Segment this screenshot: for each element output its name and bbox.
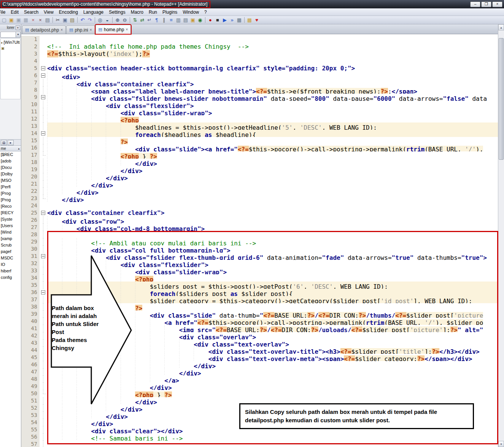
menu-item-macro[interactable]: Macro (128, 8, 146, 16)
stop-macro-icon[interactable]: ■ (214, 17, 221, 24)
list-item[interactable]: [xamp (0, 235, 21, 242)
copy-icon[interactable]: ▣ (62, 17, 68, 24)
scrollbar-down-button[interactable]: ▼ (498, 441, 504, 447)
editor[interactable]: 12<!-- Ini adalah file home.php pada the… (21, 34, 498, 447)
indent-guide (106, 115, 121, 122)
list-item[interactable]: [Perfl (0, 184, 21, 190)
menu-item-view[interactable]: View (41, 8, 56, 16)
list-item[interactable]: [$REC (0, 151, 21, 158)
close-doc-icon[interactable]: × (30, 17, 37, 24)
record-macro-icon[interactable]: ● (207, 17, 214, 24)
explorer-tool-button-1[interactable]: ▤ (1, 140, 7, 145)
menu-item-language[interactable]: Language (81, 8, 106, 16)
list-item[interactable]: [Prog (0, 197, 21, 203)
menu-item-settings[interactable]: Settings (106, 8, 128, 16)
save-macro-icon[interactable]: ▦ (236, 17, 243, 24)
menu-item-encoding[interactable]: Encoding (56, 8, 81, 16)
fold-toggle[interactable] (41, 66, 45, 70)
list-item[interactable]: [Users (0, 223, 21, 229)
fold-toggle[interactable] (41, 211, 45, 215)
list-item[interactable]: Scrub (0, 242, 21, 248)
run-macro-multiple-icon[interactable]: » (229, 17, 235, 24)
find-icon[interactable]: ◎ (97, 17, 103, 24)
menu-item-[interactable]: ? (202, 8, 210, 16)
tab-home-php[interactable]: ▤home.php× (95, 25, 131, 34)
word-wrap-icon[interactable]: ↵ (146, 17, 153, 24)
menu-item-run[interactable]: Run (146, 8, 160, 16)
replace-icon[interactable]: ◒ (104, 17, 111, 24)
scrollbar-thumb[interactable] (499, 38, 504, 160)
undo-icon[interactable]: ↶ (79, 17, 86, 24)
close-all-icon[interactable]: × (37, 17, 44, 24)
list-item[interactable]: pagef (0, 248, 21, 255)
open-folder-icon[interactable]: ▣ (8, 17, 15, 24)
line-number: 56 (21, 433, 40, 441)
fold-toggle[interactable] (41, 73, 45, 78)
indent-guide (62, 260, 77, 267)
menu-item-edit[interactable]: Edit (8, 8, 21, 16)
print-icon[interactable]: ▤ (44, 17, 51, 24)
menu-item-search[interactable]: Search (21, 8, 41, 16)
save-all-icon[interactable]: ▦ (22, 17, 29, 24)
tree-item[interactable]: ▣ (1, 45, 20, 51)
sync-vertical-icon[interactable]: ⇅ (132, 17, 138, 24)
folder-as-workspace-icon[interactable]: ▣ (189, 17, 196, 24)
new-file-icon[interactable]: ▢ (1, 17, 8, 24)
show-all-characters-icon[interactable]: ¶ (153, 17, 160, 24)
function-list-icon[interactable]: ≡ (168, 17, 175, 24)
tab-close-icon[interactable]: × (90, 28, 92, 32)
document-switcher-icon[interactable]: ▤ (182, 17, 189, 24)
save-icon[interactable]: ▣ (15, 17, 22, 24)
list-item[interactable]: [RECY (0, 210, 21, 216)
explorer-tool-button-2[interactable]: ▸ (8, 140, 14, 145)
zoom-out-icon[interactable]: ⊖ (121, 17, 128, 24)
list-item[interactable]: [MSO (0, 177, 21, 184)
code-line: 14foreach($headlines as $headline){ (21, 130, 498, 137)
document-map-icon[interactable]: ▥ (175, 17, 182, 24)
close-button[interactable]: × (492, 2, 502, 7)
list-item[interactable]: [Docu (0, 164, 21, 171)
vertical-scrollbar[interactable]: ▲ ▼ (498, 24, 504, 447)
tab-close-icon[interactable]: × (60, 28, 63, 32)
tab-detailpost-php[interactable]: ▤detailpost.php× (22, 25, 66, 34)
minimize-button[interactable]: – (470, 2, 480, 7)
cut-icon[interactable]: ✂ (54, 17, 61, 24)
paste-icon[interactable]: ▤ (69, 17, 76, 24)
menu-item-window[interactable]: Window (180, 8, 202, 16)
list-item[interactable]: IO (0, 261, 21, 268)
menu-item-file[interactable]: File (0, 8, 8, 16)
list-item[interactable]: [Prog (0, 190, 21, 197)
fold-margin (40, 65, 47, 72)
panel-close-button[interactable]: × (16, 25, 20, 30)
zoom-in-icon[interactable]: ⊕ (114, 17, 121, 24)
list-item[interactable]: [Syste (0, 216, 21, 223)
fold-toggle[interactable] (41, 290, 45, 294)
sync-horizontal-icon[interactable]: ⇄ (139, 17, 146, 24)
fold-toggle[interactable] (41, 131, 45, 135)
scrollbar-up-button[interactable]: ▲ (498, 24, 504, 30)
indent-guide-icon[interactable]: ∥ (161, 17, 167, 24)
redo-icon[interactable]: ↷ (86, 17, 93, 24)
monitoring-eye-icon[interactable]: ◉ (197, 17, 204, 24)
list-item[interactable]: config (0, 274, 21, 281)
play-macro-icon[interactable]: ▶ (221, 17, 228, 24)
scroll-up-icon[interactable]: ▲ (17, 147, 20, 150)
list-item[interactable]: [adob (0, 158, 21, 164)
list-item[interactable]: [Dolby (0, 171, 21, 177)
menu-item-plugins[interactable]: Plugins (160, 8, 180, 16)
fold-line (43, 339, 43, 347)
fold-toggle[interactable] (41, 254, 45, 258)
plugin-icon[interactable]: ▩ (246, 17, 253, 24)
list-item[interactable]: hiberf (0, 268, 21, 274)
list-item[interactable]: [Reco (0, 203, 21, 210)
explorer-list-header[interactable]: me ▲ (0, 146, 21, 151)
plugin-heart-icon[interactable]: ♥ (253, 17, 260, 24)
tab-close-icon[interactable]: × (126, 27, 128, 32)
tree-item[interactable]: ▸[Win7Ultim (1, 40, 20, 45)
maximize-button[interactable]: ❐ (481, 2, 491, 7)
explorer-drive-combo[interactable]: ▾ (0, 32, 21, 38)
tab-php-ini[interactable]: ▤php.ini× (66, 25, 95, 34)
list-item[interactable]: MSDC (0, 255, 21, 261)
fold-toggle[interactable] (41, 95, 45, 99)
list-item[interactable]: [Wind (0, 229, 21, 235)
